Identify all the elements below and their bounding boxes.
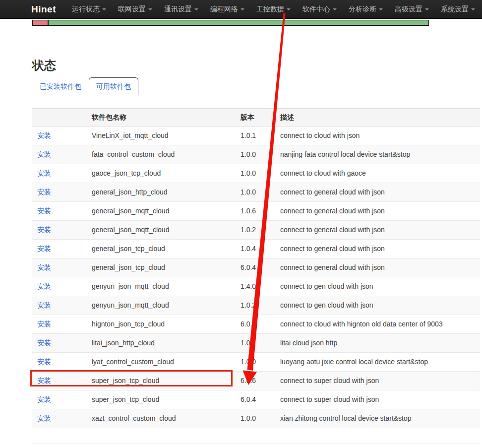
package-version: 1.0.2 — [236, 221, 275, 240]
package-name: xazt_control_custom_cloud — [87, 409, 236, 428]
table-row: 安装 genyun_json_mqtt_cloud 1.4.0 connect … — [32, 277, 480, 296]
column-header-install — [32, 109, 87, 127]
package-desc: connect to cloud with json — [275, 127, 480, 145]
nav-menu-item[interactable]: 系统设置 — [435, 0, 481, 19]
nav-menu-item[interactable]: 联网设置 — [112, 0, 158, 19]
nav-menu-item[interactable]: 编程网络 — [204, 0, 250, 19]
package-version: 6.0.4 — [236, 258, 275, 277]
table-row: 安装 super_json_tcp_cloud 6.0.4 connect to… — [32, 390, 480, 409]
page-title: 状态 — [32, 59, 480, 72]
table-row: 安装 litai_json_http_cloud 1.0.1 litai clo… — [32, 334, 480, 353]
package-name: general_json_tcp_cloud — [87, 258, 236, 277]
nav-menu-item[interactable]: 分析诊断 — [343, 0, 389, 19]
package-desc: nanjing fata control local device start&… — [275, 145, 480, 164]
install-link[interactable]: 安装 — [37, 207, 51, 215]
table-row-highlighted: 安装 super_json_tcp_cloud 6.0.6 connect to… — [32, 372, 480, 390]
install-link[interactable]: 安装 — [37, 188, 51, 196]
chevron-down-icon — [287, 8, 291, 10]
install-link[interactable]: 安装 — [37, 150, 51, 158]
package-name: hignton_json_tcp_cloud — [87, 315, 236, 334]
package-desc: connect to gen cloud with json — [275, 296, 480, 315]
table-row: 安装 general_json_mqtt_cloud 1.0.6 connect… — [32, 202, 480, 221]
package-version: 1.0.2 — [236, 296, 275, 315]
table-row: 安装 general_json_tcp_cloud 1.0.4 connect … — [32, 240, 480, 258]
column-header-name: 软件包名称 — [87, 109, 236, 127]
table-row: 安装 gaoce_json_tcp_cloud 1.0.0 connect to… — [32, 164, 480, 183]
package-name: VineLinX_iot_mqtt_cloud — [87, 127, 236, 145]
brand-logo[interactable]: Hinet — [31, 4, 56, 15]
package-desc: connect to cloud with hignton old data c… — [275, 315, 480, 334]
progress-segment-red — [33, 20, 49, 25]
package-desc: connect to gen cloud with json — [275, 277, 480, 296]
chevron-down-icon — [194, 8, 198, 10]
package-name: general_json_mqtt_cloud — [87, 202, 236, 221]
install-link[interactable]: 安装 — [37, 263, 51, 271]
tab-bar: 已安装软件包 可用软件包 — [32, 77, 480, 95]
install-link[interactable]: 安装 — [37, 414, 51, 422]
install-link[interactable]: 安装 — [37, 320, 51, 328]
install-link[interactable]: 安装 — [37, 169, 51, 177]
package-version: 1.0.0 — [236, 353, 275, 372]
nav-menu-item[interactable]: 工控数据 — [250, 0, 297, 19]
package-desc: connect to general cloud with json — [275, 221, 480, 240]
package-desc: connect to general cloud with json — [275, 202, 480, 221]
tab-available-packages[interactable]: 可用软件包 — [89, 77, 138, 95]
package-name: general_json_tcp_cloud — [87, 240, 236, 258]
chevron-down-icon — [333, 8, 337, 10]
table-row: 安装 fata_control_custom_cloud 1.0.0 nanji… — [32, 145, 480, 164]
nav-menu-item-label: 运行状态 — [72, 5, 100, 13]
install-link[interactable]: 安装 — [37, 339, 51, 347]
table-row: 安装 VineLinX_iot_mqtt_cloud 1.0.1 connect… — [32, 127, 480, 145]
nav-menu-item[interactable]: 软件中心 — [297, 0, 343, 19]
install-link[interactable]: 安装 — [37, 358, 51, 366]
install-link[interactable]: 安装 — [37, 282, 51, 290]
install-link[interactable]: 安装 — [37, 301, 51, 309]
package-version: 1.0.0 — [236, 164, 275, 183]
install-link[interactable]: 安装 — [37, 395, 51, 403]
nav-menu-item[interactable]: 通讯设置 — [158, 0, 204, 19]
table-row: 安装 lyat_control_custom_cloud 1.0.0 luoya… — [32, 353, 480, 372]
nav-menu-item-label: 系统设置 — [441, 5, 469, 13]
install-link[interactable]: 安装 — [37, 131, 51, 139]
package-desc: connect to cloud with gaoce — [275, 164, 480, 183]
package-version: 1.0.6 — [236, 202, 275, 221]
progress-segment-green — [49, 20, 428, 25]
nav-menu-item-label: 通讯设置 — [164, 5, 192, 13]
nav-menu-item-label: 分析诊断 — [349, 5, 376, 13]
nav-menu-item[interactable]: 高级设置 — [389, 0, 435, 19]
chevron-down-icon — [148, 8, 152, 10]
package-version: 1.0.0 — [236, 409, 275, 428]
package-version: 1.0.0 — [236, 145, 275, 164]
install-link[interactable]: 安装 — [37, 377, 51, 384]
nav-menu-item-label: 工控数据 — [256, 5, 284, 13]
chevron-down-icon — [425, 8, 429, 10]
table-row: 安装 genyun_json_mqtt_cloud 1.0.2 connect … — [32, 296, 480, 315]
chevron-down-icon — [471, 8, 475, 10]
package-desc: connect to general cloud with json — [275, 240, 480, 258]
chevron-down-icon — [102, 8, 106, 10]
package-version: 1.4.0 — [236, 277, 275, 296]
install-link[interactable]: 安装 — [37, 226, 51, 234]
nav-menu-item[interactable]: 运行状态 — [66, 0, 112, 19]
package-version: 1.0.1 — [236, 127, 275, 145]
install-link[interactable]: 安装 — [37, 245, 51, 253]
package-version: 6.0.4 — [236, 390, 275, 409]
table-row: 安装 general_json_tcp_cloud 6.0.4 connect … — [32, 258, 480, 277]
package-name: genyun_json_mqtt_cloud — [87, 277, 236, 296]
package-version: 6.0.6 — [236, 372, 275, 390]
package-desc: xian zhitong control local device start&… — [275, 409, 480, 428]
nav-menu-item-label: 高级设置 — [395, 5, 422, 13]
bottom-divider — [32, 444, 480, 444]
column-header-version: 版本 — [236, 109, 275, 127]
package-name: super_json_tcp_cloud — [87, 390, 236, 409]
tab-installed-packages[interactable]: 已安装软件包 — [32, 77, 89, 95]
table-row: 安装 xazt_control_custom_cloud 1.0.0 xian … — [32, 409, 480, 428]
table-row: 安装 general_json_mqtt_cloud 1.0.2 connect… — [32, 221, 480, 240]
package-desc: connect to general cloud with json — [275, 258, 480, 277]
table-row: 安装 general_json_http_cloud 1.0.0 connect… — [32, 183, 480, 202]
package-name: general_json_mqtt_cloud — [87, 221, 236, 240]
package-name: fata_control_custom_cloud — [87, 145, 236, 164]
package-name: litai_json_http_cloud — [87, 334, 236, 353]
package-desc: luoyang aotu jixie control local device … — [275, 353, 480, 372]
package-name: lyat_control_custom_cloud — [87, 353, 236, 372]
